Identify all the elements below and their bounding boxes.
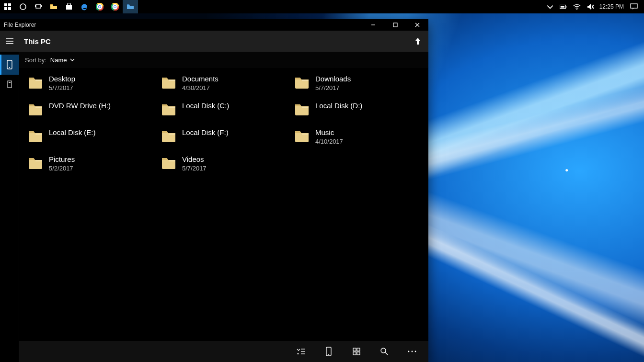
taskbar-app-edge[interactable] [77, 0, 92, 13]
svg-rect-5 [36, 4, 41, 8]
nav-sidebar [0, 52, 19, 362]
folder-icon [28, 76, 43, 89]
folder-item[interactable]: Pictures5/2/2017 [24, 152, 157, 176]
view-grid-button[interactable] [351, 346, 362, 357]
folder-icon [161, 156, 176, 170]
svg-point-45 [328, 354, 329, 355]
svg-point-53 [412, 351, 413, 352]
svg-rect-48 [353, 352, 356, 355]
file-explorer-window: File Explorer This PC [0, 19, 428, 362]
svg-rect-46 [353, 348, 356, 351]
svg-rect-29 [631, 4, 637, 8]
folder-icon [28, 129, 43, 143]
window-minimize-button[interactable] [362, 19, 384, 31]
taskbar-app-chrome[interactable] [92, 0, 107, 13]
task-view-button[interactable] [31, 0, 46, 13]
folder-item[interactable]: Videos5/7/2017 [157, 152, 290, 176]
start-button[interactable] [0, 0, 15, 13]
taskbar: 12:25 PM [0, 0, 644, 13]
svg-rect-22 [127, 4, 129, 5]
tray-expand-icon[interactable] [546, 0, 554, 13]
taskbar-app-file-explorer[interactable] [46, 0, 61, 13]
svg-rect-6 [35, 5, 36, 7]
location-title: This PC [19, 37, 51, 45]
window-titlebar[interactable]: File Explorer [0, 19, 428, 31]
item-label: Desktop [49, 75, 75, 83]
cortana-button[interactable] [15, 0, 31, 13]
svg-rect-0 [4, 3, 7, 6]
svg-point-54 [415, 351, 416, 352]
folder-icon [294, 102, 310, 116]
folder-item[interactable]: Documents4/30/2017 [157, 72, 290, 96]
folder-item[interactable]: Local Disk (D:) [290, 99, 424, 123]
folder-item[interactable]: Local Disk (E:) [24, 125, 157, 149]
device-button[interactable] [323, 346, 334, 357]
sidebar-item-this-pc[interactable] [0, 55, 19, 75]
item-date: 5/7/2017 [182, 165, 207, 172]
item-label: Local Disk (C:) [182, 102, 229, 110]
svg-point-4 [20, 4, 26, 10]
sort-value: Name [50, 57, 67, 64]
svg-rect-2 [4, 7, 7, 10]
svg-point-50 [381, 348, 386, 353]
window-close-button[interactable] [406, 19, 428, 31]
taskbar-app-chrome-2[interactable] [107, 0, 123, 13]
svg-rect-31 [393, 23, 397, 27]
folder-item[interactable]: Music4/10/2017 [290, 125, 424, 149]
item-label: Documents [182, 75, 218, 83]
item-date: 5/7/2017 [49, 84, 75, 91]
svg-point-38 [9, 67, 10, 68]
svg-point-26 [576, 9, 577, 10]
svg-rect-24 [565, 6, 566, 8]
svg-point-15 [99, 6, 101, 8]
svg-rect-40 [9, 82, 11, 83]
wifi-icon[interactable] [573, 0, 581, 13]
svg-rect-49 [357, 352, 360, 355]
folder-item[interactable]: DVD RW Drive (H:) [24, 99, 157, 123]
folder-item[interactable]: Local Disk (C:) [157, 99, 290, 123]
folder-icon [161, 102, 176, 116]
item-date: 5/7/2017 [315, 84, 351, 91]
action-center-icon[interactable] [629, 0, 639, 13]
folder-icon [161, 129, 176, 143]
volume-icon[interactable] [586, 0, 595, 13]
bottom-toolbar [19, 341, 428, 362]
window-maximize-button[interactable] [384, 19, 406, 31]
svg-rect-25 [560, 6, 564, 8]
folder-icon [28, 156, 43, 170]
folder-icon [294, 129, 310, 143]
more-button[interactable] [406, 346, 418, 357]
svg-rect-1 [8, 3, 11, 6]
item-label: Downloads [315, 75, 351, 83]
item-label: Pictures [49, 155, 75, 164]
window-title: File Explorer [4, 22, 36, 28]
svg-point-21 [114, 6, 116, 8]
taskbar-app-store[interactable] [61, 0, 77, 13]
chevron-down-icon [69, 57, 75, 63]
sidebar-item-devices[interactable] [0, 75, 19, 95]
folder-item[interactable]: Local Disk (F:) [157, 125, 290, 149]
sort-bar[interactable]: Sort by: Name [19, 52, 428, 68]
svg-rect-9 [66, 5, 72, 10]
folder-icon [294, 76, 310, 89]
svg-rect-7 [41, 5, 42, 7]
taskbar-clock[interactable]: 12:25 PM [599, 3, 624, 10]
location-header: This PC [0, 31, 428, 52]
taskbar-app-uwp-file-explorer[interactable] [123, 0, 138, 13]
item-date: 4/30/2017 [182, 84, 218, 91]
item-label: Music [315, 128, 343, 137]
item-label: Videos [182, 155, 207, 164]
battery-icon[interactable] [559, 0, 568, 13]
folder-icon [161, 76, 176, 89]
folder-item[interactable]: Desktop5/7/2017 [24, 72, 157, 96]
hamburger-menu-button[interactable] [0, 31, 19, 52]
folder-icon [28, 102, 43, 116]
folder-item[interactable]: Downloads5/7/2017 [290, 72, 424, 96]
svg-rect-3 [8, 7, 11, 10]
item-date: 4/10/2017 [315, 138, 343, 145]
item-label: Local Disk (D:) [315, 102, 362, 110]
svg-point-52 [408, 351, 410, 352]
select-toggle-button[interactable] [295, 346, 307, 357]
search-button[interactable] [379, 346, 390, 357]
navigate-up-button[interactable] [407, 31, 428, 52]
